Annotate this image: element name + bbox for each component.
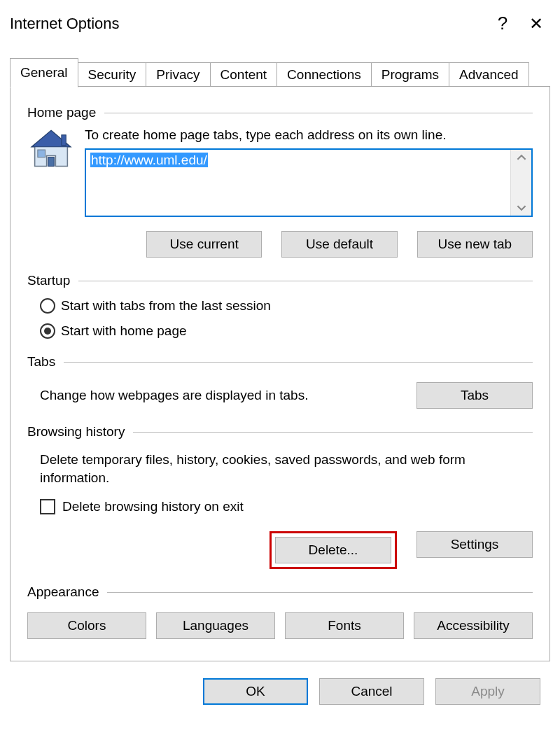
tab-strip: General Security Privacy Content Connect…: [10, 57, 550, 86]
scroll-up-icon[interactable]: [517, 154, 526, 161]
group-startup: Startup Start with tabs from the last se…: [27, 273, 533, 339]
tab-general[interactable]: General: [10, 58, 78, 87]
browsing-history-description: Delete temporary files, history, cookies…: [40, 451, 533, 486]
dialog-footer: OK Cancel Apply: [0, 661, 560, 705]
apply-button[interactable]: Apply: [435, 678, 540, 705]
ok-button[interactable]: OK: [203, 678, 308, 705]
cancel-button[interactable]: Cancel: [319, 678, 424, 705]
svg-rect-2: [38, 150, 46, 157]
fonts-button[interactable]: Fonts: [285, 612, 404, 639]
group-home-page-heading: Home page: [27, 105, 96, 120]
scroll-down-icon[interactable]: [517, 204, 526, 211]
use-current-button[interactable]: Use current: [146, 231, 262, 258]
use-new-tab-button[interactable]: Use new tab: [417, 231, 533, 258]
radio-home-page[interactable]: Start with home page: [40, 323, 533, 339]
accessibility-button[interactable]: Accessibility: [414, 612, 533, 639]
tab-security[interactable]: Security: [78, 62, 147, 87]
group-appearance: Appearance Colors Languages Fonts Access…: [27, 584, 533, 639]
group-tabs: Tabs Change how webpages are displayed i…: [27, 354, 533, 409]
delete-on-exit-label: Delete browsing history on exit: [62, 499, 244, 514]
tab-content[interactable]: Content: [210, 62, 278, 87]
close-button[interactable]: ✕: [519, 14, 553, 34]
browsing-history-settings-button[interactable]: Settings: [416, 531, 533, 558]
languages-button[interactable]: Languages: [156, 612, 275, 639]
radio-icon: [40, 298, 55, 314]
checkbox-icon: [40, 499, 55, 514]
delete-on-exit-checkbox[interactable]: Delete browsing history on exit: [40, 499, 533, 514]
delete-button-highlight: Delete...: [270, 531, 397, 569]
group-browsing-history: Browsing history Delete temporary files,…: [27, 424, 533, 569]
group-browsing-history-heading: Browsing history: [27, 424, 125, 440]
tab-connections[interactable]: Connections: [276, 62, 372, 87]
group-tabs-heading: Tabs: [27, 354, 55, 370]
home-page-instruction: To create home page tabs, type each addr…: [85, 127, 533, 143]
colors-button[interactable]: Colors: [27, 612, 146, 639]
tabs-description: Change how webpages are displayed in tab…: [40, 388, 400, 403]
home-page-value: http://www.uml.edu/: [90, 153, 208, 167]
svg-rect-3: [48, 157, 55, 167]
radio-icon: [40, 323, 55, 339]
delete-button[interactable]: Delete...: [275, 537, 391, 563]
tab-advanced[interactable]: Advanced: [449, 62, 529, 87]
tab-programs[interactable]: Programs: [371, 62, 449, 87]
window-title: Internet Options: [10, 15, 120, 33]
use-default-button[interactable]: Use default: [281, 231, 397, 258]
svg-rect-4: [62, 135, 66, 146]
window-titlebar: Internet Options ? ✕: [0, 0, 560, 38]
tab-privacy[interactable]: Privacy: [146, 62, 210, 87]
radio-last-session-label: Start with tabs from the last session: [61, 298, 271, 314]
home-icon: [27, 127, 75, 217]
tabs-button[interactable]: Tabs: [416, 382, 533, 409]
home-page-textarea[interactable]: http://www.uml.edu/: [85, 148, 533, 217]
textarea-scrollbar[interactable]: [510, 150, 531, 216]
group-startup-heading: Startup: [27, 273, 70, 288]
group-home-page: Home page To create home page tabs, type…: [27, 105, 533, 258]
radio-last-session[interactable]: Start with tabs from the last session: [40, 298, 533, 314]
general-pane: Home page To create home page tabs, type…: [10, 86, 550, 661]
help-button[interactable]: ?: [486, 13, 519, 34]
group-appearance-heading: Appearance: [27, 584, 99, 600]
radio-home-page-label: Start with home page: [61, 323, 187, 339]
